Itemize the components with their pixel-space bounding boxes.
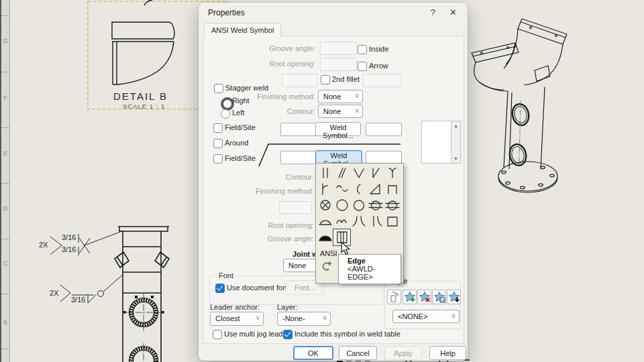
root-opening-input[interactable] bbox=[320, 58, 357, 71]
chevron-down-icon: ˅ bbox=[355, 90, 359, 103]
use-document-font-label: Use document font bbox=[227, 284, 288, 292]
finishing2-input[interactable] bbox=[279, 201, 312, 214]
screen: { "colors":{"accent_blue":"#1976d2","hig… bbox=[0, 0, 644, 362]
weld-symbol-fillet[interactable] bbox=[367, 181, 384, 197]
tooltip-title: Edge bbox=[347, 257, 400, 265]
weld-table-checkbox[interactable] bbox=[283, 330, 292, 339]
help-bottom-button[interactable]: Help bbox=[429, 346, 466, 360]
multi-jog-label: Use multi jog leader bbox=[224, 330, 289, 338]
second-fillet-checkbox[interactable] bbox=[321, 75, 330, 84]
weld-length-input-bottom[interactable] bbox=[366, 151, 402, 164]
chevron-down-icon: ˅ bbox=[256, 312, 260, 324]
chevron-down-icon: ˅ bbox=[355, 105, 359, 117]
weld-size-input-bottom[interactable] bbox=[280, 151, 316, 164]
inside-label: Inside bbox=[369, 45, 388, 53]
weld-symbol-scarf[interactable] bbox=[333, 165, 350, 181]
save-style-button[interactable] bbox=[432, 290, 446, 304]
inside-checkbox[interactable] bbox=[358, 45, 367, 54]
chevron-down-icon: ˅ bbox=[323, 312, 327, 324]
weld-symbol-flare-v[interactable] bbox=[350, 213, 367, 229]
tab-ansi-weld-symbol[interactable]: ANSI Weld Symbol bbox=[204, 23, 281, 37]
weld-symbol-flare-bevel-small[interactable] bbox=[350, 181, 367, 197]
preview-scrollbar[interactable]: ▲ ▼ bbox=[451, 121, 461, 164]
add-symbol-library-icon[interactable] bbox=[321, 261, 332, 274]
right-label: Right bbox=[232, 97, 250, 105]
weld-symbol-v-groove[interactable] bbox=[350, 165, 367, 181]
weld-symbol-spot[interactable] bbox=[350, 197, 367, 213]
layer-label: Layer: bbox=[277, 303, 298, 311]
weld-symbol-j-groove[interactable] bbox=[317, 181, 333, 197]
contour-dropdown[interactable]: None˅ bbox=[318, 105, 363, 118]
around-checkbox[interactable] bbox=[213, 139, 223, 148]
properties-dialog: Properties ? ✕ ANSI Weld Symbol Groove a… bbox=[199, 3, 468, 361]
weld-table-label: Include this symbol in weld table bbox=[294, 330, 400, 338]
weld-ann1-qty: 2X bbox=[39, 241, 48, 249]
weld-symbol-seam-2[interactable] bbox=[384, 197, 400, 213]
dialog-title: Properties bbox=[208, 8, 245, 17]
finishing-method-dropdown[interactable]: None˅ bbox=[318, 90, 363, 103]
leader-anchor-label: Leader anchor: bbox=[210, 303, 260, 311]
field-site-label: Field/Site bbox=[225, 123, 256, 131]
field-site2-checkbox[interactable] bbox=[213, 154, 223, 164]
stagger-weld-checkbox[interactable] bbox=[214, 84, 223, 93]
finishing2-label: Finishing method: bbox=[224, 187, 314, 195]
stagger-weld-label: Stagger weld bbox=[225, 84, 268, 92]
weld-size-input-top[interactable] bbox=[280, 123, 316, 136]
fillet-size-input[interactable] bbox=[282, 74, 318, 87]
detail-scale: SCALE 1 : 1 bbox=[123, 103, 165, 110]
around-label: Around bbox=[225, 139, 248, 147]
close-button[interactable]: ✕ bbox=[447, 7, 460, 17]
root-opening-label: Root opening: bbox=[239, 60, 315, 68]
joint-spacer-value: None bbox=[288, 261, 306, 269]
groove-angle-input[interactable] bbox=[320, 42, 357, 55]
ok-button[interactable]: OK bbox=[293, 346, 333, 360]
field-site-checkbox[interactable] bbox=[213, 123, 223, 133]
arrow-checkbox[interactable] bbox=[358, 62, 367, 71]
scroll-up-icon[interactable]: ▲ bbox=[451, 123, 460, 128]
weld-symbol-flare-v-small[interactable] bbox=[333, 181, 350, 197]
weld-symbol-button-bottom[interactable]: Weld Symbol... bbox=[315, 150, 362, 164]
tooltip-code: <AWLD-EDGE> bbox=[347, 265, 400, 281]
weld-symbol-box-groove[interactable] bbox=[384, 213, 400, 229]
left-label: Left bbox=[232, 109, 244, 117]
weld-symbol-back-weld[interactable] bbox=[317, 229, 333, 245]
root-opening2-label: Root opening: bbox=[239, 221, 314, 229]
add-style-button[interactable] bbox=[402, 290, 417, 304]
weld-ann2-qty: 2X bbox=[50, 289, 58, 297]
weld-symbol-bevel-groove[interactable] bbox=[367, 165, 384, 181]
weld-symbol-u-groove[interactable] bbox=[384, 165, 400, 181]
style-dropdown[interactable]: <NONE>˅ bbox=[392, 310, 460, 323]
weld-symbol-plug-slot[interactable] bbox=[317, 197, 333, 213]
weld-symbol-square-groove[interactable] bbox=[317, 165, 333, 181]
left-radio[interactable] bbox=[221, 109, 230, 119]
no-style-button[interactable] bbox=[387, 290, 401, 304]
load-style-button[interactable] bbox=[447, 290, 461, 304]
weld-symbol-button-top[interactable]: Weld Symbol... bbox=[315, 122, 361, 136]
help-button[interactable]: ? bbox=[428, 7, 438, 17]
second-fillet-size-input[interactable] bbox=[363, 74, 402, 87]
weld-symbol-surfacing[interactable] bbox=[317, 213, 333, 229]
weld-ann1-bot: 3/16 bbox=[62, 245, 76, 253]
groove-angle-label: Groove angle: bbox=[239, 44, 315, 52]
weld-symbol-seam[interactable] bbox=[367, 197, 384, 213]
mouse-cursor-icon bbox=[341, 242, 351, 257]
scroll-down-icon[interactable]: ▼ bbox=[451, 156, 460, 161]
symbol-library-label: ANSI bbox=[320, 249, 337, 257]
weld-symbol-flare-bevel[interactable] bbox=[367, 213, 384, 229]
use-document-font-checkbox[interactable] bbox=[215, 284, 225, 293]
weld-symbol-double-curve[interactable] bbox=[333, 213, 350, 229]
weld-symbol-spot-large[interactable] bbox=[333, 197, 350, 213]
field-site2-label: Field/Site bbox=[225, 154, 256, 162]
contour2-label: Contour: bbox=[239, 173, 314, 181]
leader-anchor-dropdown[interactable]: Closest˅ bbox=[210, 312, 264, 326]
layer-dropdown[interactable]: -None-˅ bbox=[277, 312, 331, 326]
style-value: <NONE> bbox=[398, 312, 428, 320]
delete-style-button[interactable] bbox=[417, 290, 431, 304]
apply-button[interactable]: Apply bbox=[384, 346, 422, 360]
weld-symbol-backing[interactable] bbox=[384, 181, 400, 197]
layer-value: -None- bbox=[282, 314, 305, 322]
cancel-button[interactable]: Cancel bbox=[339, 346, 377, 360]
multi-jog-checkbox[interactable] bbox=[213, 330, 222, 339]
weld-length-input-top[interactable] bbox=[366, 123, 402, 136]
chevron-down-icon: ˅ bbox=[451, 310, 455, 322]
